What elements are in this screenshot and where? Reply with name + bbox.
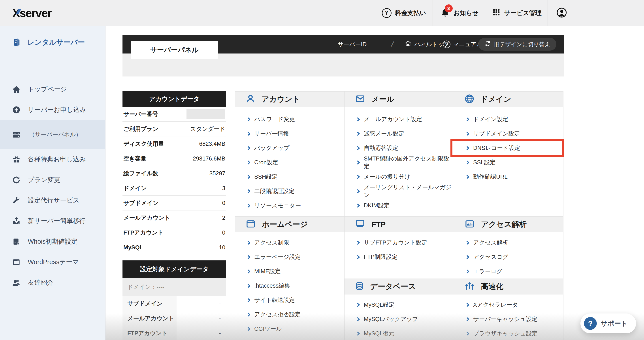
account-menu[interactable] bbox=[548, 0, 644, 26]
link-access-analysis[interactable]: アクセス解析 bbox=[454, 235, 563, 250]
link-auto-reply[interactable]: 自動応答設定 bbox=[344, 141, 454, 155]
chevron-right-icon bbox=[248, 312, 250, 317]
services-button[interactable]: サービス管理 bbox=[486, 0, 548, 26]
chevron-right-icon bbox=[357, 117, 360, 122]
chevron-right-icon bbox=[466, 317, 469, 321]
sidebar-item-label: トップページ bbox=[28, 85, 67, 94]
switch-design-button[interactable]: 旧デザインに切り替え bbox=[478, 38, 556, 51]
services-label: サービス管理 bbox=[504, 9, 542, 17]
sidebar-item-referral[interactable]: 友達紹介 bbox=[0, 272, 105, 293]
sidebar-item-label: 新サーバー簡単移行 bbox=[28, 217, 86, 226]
payment-label: 料金支払い bbox=[395, 9, 426, 17]
link-htaccess[interactable]: .htaccess編集 bbox=[235, 279, 344, 293]
link-access-deny[interactable]: アクセス拒否設定 bbox=[235, 307, 344, 322]
target-domain-data-title: 設定対象ドメインデータ bbox=[122, 260, 226, 278]
sidebar-item-server-apply[interactable]: サーバーお申し込み bbox=[0, 99, 105, 120]
link-preview-url[interactable]: 動作確認URL bbox=[454, 169, 563, 184]
link-x-accelerator[interactable]: Xアクセラレータ bbox=[454, 297, 563, 312]
main-content: サーバーID / パネルトップ ? マニュアル 旧デザインに切り替え サーバーパ… bbox=[106, 26, 644, 340]
link-mysql-setting[interactable]: MySQL設定 bbox=[344, 297, 454, 312]
scrollbar-track[interactable] bbox=[642, 26, 642, 340]
top-bar-actions: ¥ 料金支払い 3 お知らせ サービス管理 bbox=[375, 0, 644, 26]
link-subdomain-setting[interactable]: サブドメイン設定 bbox=[454, 126, 563, 141]
sidebar-item-server-migration[interactable]: 新サーバー簡単移行 bbox=[0, 211, 105, 231]
bell-icon: 3 bbox=[440, 8, 450, 18]
link-cgi-tools[interactable]: CGIツール bbox=[235, 322, 344, 336]
link-spam-mail[interactable]: 迷惑メール設定 bbox=[344, 126, 454, 141]
table-row-server-number: サーバー番号 bbox=[122, 107, 226, 122]
sidebar-item-benefits[interactable]: 各種特典お申し込み bbox=[0, 149, 105, 169]
xserver-logo[interactable]: Xserver bbox=[12, 7, 52, 20]
link-sub-ftp-account[interactable]: サブFTPアカウント設定 bbox=[344, 235, 454, 250]
link-mail-account[interactable]: メールアカウント設定 bbox=[344, 112, 454, 126]
manual-link[interactable]: ? マニュアル bbox=[443, 41, 482, 48]
link-mime[interactable]: MIME設定 bbox=[235, 264, 344, 279]
link-access-log[interactable]: アクセスログ bbox=[454, 250, 563, 264]
section-domain-header: ドメイン bbox=[454, 92, 563, 107]
section-mail-header: メール bbox=[344, 92, 454, 107]
sidebar-item-label: Whois初期値設定 bbox=[28, 237, 78, 246]
chevron-right-icon bbox=[248, 175, 250, 179]
link-error-page[interactable]: エラーページ設定 bbox=[235, 250, 344, 264]
table-row-subdomain-count: サブドメイン 0 bbox=[122, 196, 226, 211]
link-cron[interactable]: Cron設定 bbox=[235, 155, 344, 169]
link-site-transfer[interactable]: サイト転送設定 bbox=[235, 293, 344, 307]
globe-icon bbox=[464, 94, 474, 105]
sidebar-spacer bbox=[0, 59, 105, 79]
chevron-right-icon bbox=[357, 303, 360, 307]
gift-icon bbox=[12, 155, 21, 163]
yen-icon: ¥ bbox=[382, 8, 392, 18]
link-password-change[interactable]: パスワード変更 bbox=[235, 112, 344, 126]
chevron-right-icon bbox=[357, 203, 360, 208]
sidebar-item-whois[interactable]: Whois初期値設定 bbox=[0, 231, 105, 252]
table-row-free-space: 空き容量 293176.6MB bbox=[122, 151, 226, 166]
chevron-right-icon bbox=[466, 303, 469, 307]
link-mysql-restore[interactable]: MySQL復元 bbox=[344, 326, 454, 340]
account-data-title: アカウントデータ bbox=[122, 91, 226, 107]
sidebar-item-plan-change[interactable]: プラン変更 bbox=[0, 169, 105, 190]
link-two-factor[interactable]: 二段階認証設定 bbox=[235, 184, 344, 198]
sidebar-item-label: サーバーお申し込み bbox=[28, 105, 86, 114]
sidebar-item-wordpress-theme[interactable]: WordPressテーマ bbox=[0, 252, 105, 272]
news-button[interactable]: 3 お知らせ bbox=[432, 0, 486, 26]
server-icon bbox=[12, 130, 21, 139]
chart-icon bbox=[464, 219, 475, 230]
link-backup[interactable]: バックアップ bbox=[235, 141, 344, 155]
chevron-right-icon bbox=[248, 160, 250, 165]
chevron-right-icon bbox=[466, 160, 469, 165]
link-mail-sorting[interactable]: メールの振り分け bbox=[344, 169, 454, 184]
link-mailing-list[interactable]: メーリングリスト・メールマガジン bbox=[344, 184, 454, 198]
plus-circle-icon bbox=[12, 106, 21, 114]
sidebar-item-server-management[interactable]: サーバー管理 （サーバーパネル） bbox=[0, 120, 105, 149]
link-ssl-setting[interactable]: SSL設定 bbox=[454, 155, 563, 169]
link-server-cache[interactable]: サーバーキャッシュ設定 bbox=[454, 312, 563, 326]
link-dns-record-setting[interactable]: DNSレコード設定 bbox=[454, 141, 563, 155]
section-homepage: ホームページ アクセス制限 エラーページ設定 MIME設定 .htaccess編… bbox=[235, 216, 344, 340]
chevron-right-icon bbox=[248, 327, 250, 331]
link-server-info[interactable]: サーバー情報 bbox=[235, 126, 344, 141]
support-button[interactable]: ? サポート bbox=[580, 313, 636, 333]
sidebar-item-top-page[interactable]: トップページ bbox=[0, 79, 105, 99]
link-dkim[interactable]: DKIM設定 bbox=[344, 198, 454, 213]
link-domain-setting[interactable]: ドメイン設定 bbox=[454, 112, 563, 126]
chevron-right-icon bbox=[357, 175, 360, 179]
table-row-disk-usage: ディスク使用量 6823.4MB bbox=[122, 136, 226, 151]
link-access-restriction[interactable]: アクセス制限 bbox=[235, 235, 344, 250]
table-row-mail-count: メールアカウント 2 bbox=[122, 211, 226, 225]
switch-refresh-icon bbox=[484, 40, 491, 48]
sidebar-item-setup-service[interactable]: 設定代行サービス bbox=[0, 190, 105, 211]
link-ftp-restriction[interactable]: FTP制限設定 bbox=[344, 250, 454, 264]
link-error-log[interactable]: エラーログ bbox=[454, 264, 563, 279]
link-ssh[interactable]: SSH設定 bbox=[235, 169, 344, 184]
section-database-header: データベース bbox=[344, 279, 454, 294]
chevron-right-icon bbox=[466, 146, 469, 150]
link-smtp-restriction[interactable]: SMTP認証の国外アクセス制限設定 bbox=[344, 155, 454, 169]
chevron-right-icon bbox=[357, 146, 360, 150]
link-mysql-backup[interactable]: MySQLバックアップ bbox=[344, 312, 454, 326]
chevron-right-icon bbox=[357, 131, 360, 136]
payment-button[interactable]: ¥ 料金支払い bbox=[375, 0, 432, 26]
link-resource-monitor[interactable]: リソースモニター bbox=[235, 198, 344, 213]
browser-icon bbox=[246, 219, 256, 230]
link-browser-cache[interactable]: ブラウザキャッシュ設定 bbox=[454, 326, 563, 340]
target-domain-row: ドメイン：---- bbox=[122, 278, 226, 296]
